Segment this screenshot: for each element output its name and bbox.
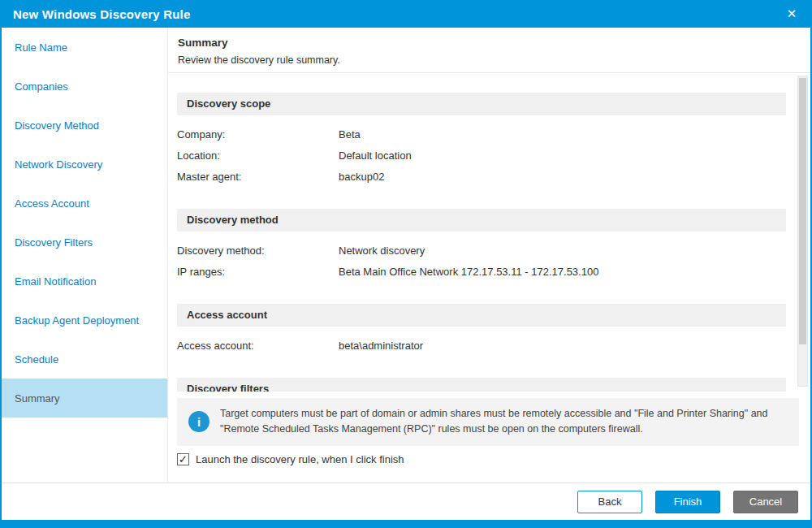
- row-value: backup02: [339, 167, 786, 188]
- row-value: Default location: [339, 145, 786, 167]
- sidebar-item-backup-agent-deployment[interactable]: Backup Agent Deployment: [2, 301, 167, 340]
- row-label: Access account:: [177, 335, 339, 357]
- new-windows-discovery-rule-dialog: New Windows Discovery Rule ✕ Rule Name C…: [0, 0, 812, 528]
- section-heading-discovery-method: Discovery method: [177, 209, 786, 232]
- summary-scroll-area: Discovery scope Company: Beta Location: …: [168, 73, 810, 392]
- scrollbar-thumb[interactable]: [799, 78, 806, 344]
- sidebar-item-summary[interactable]: Summary: [2, 379, 167, 418]
- sidebar-item-network-discovery[interactable]: Network Discovery: [2, 145, 167, 184]
- title-bar: New Windows Discovery Rule ✕: [0, 0, 812, 28]
- close-icon[interactable]: ✕: [783, 5, 801, 23]
- main-panel: Summary Review the discovery rule summar…: [168, 28, 810, 483]
- summary-row: Master agent: backup02: [177, 167, 786, 188]
- cancel-button[interactable]: Cancel: [733, 491, 798, 513]
- page-title: Summary: [178, 37, 799, 49]
- launch-option-row: ✓ Launch the discovery rule, when I clic…: [177, 453, 799, 465]
- info-icon: i: [188, 411, 209, 432]
- section-heading-discovery-scope: Discovery scope: [177, 93, 786, 115]
- sidebar-item-companies[interactable]: Companies: [2, 67, 167, 106]
- summary-row: Location: Default location: [177, 145, 786, 167]
- section-heading-discovery-filters: Discovery filters: [177, 378, 786, 392]
- sidebar-item-schedule[interactable]: Schedule: [2, 340, 167, 379]
- sidebar-item-email-notification[interactable]: Email Notification: [2, 262, 167, 301]
- info-text: Target computers must be part of domain …: [220, 406, 784, 438]
- footer-button-bar: Back Finish Cancel: [2, 483, 810, 520]
- section-rows: Access account: beta\administrator: [177, 327, 786, 361]
- page-subtitle: Review the discovery rule summary.: [178, 54, 799, 66]
- row-label: IP ranges:: [177, 262, 339, 283]
- sidebar-item-discovery-filters[interactable]: Discovery Filters: [2, 223, 167, 262]
- back-button[interactable]: Back: [577, 491, 642, 513]
- row-value: beta\administrator: [339, 335, 786, 357]
- wizard-steps-sidebar: Rule Name Companies Discovery Method Net…: [2, 28, 168, 483]
- section-heading-access-account: Access account: [177, 304, 786, 327]
- row-value: Beta Main Office Network 172.17.53.11 - …: [339, 262, 786, 283]
- launch-checkbox-label: Launch the discovery rule, when I click …: [196, 453, 404, 465]
- info-box: i Target computers must be part of domai…: [177, 398, 799, 446]
- finish-button[interactable]: Finish: [655, 491, 720, 513]
- row-label: Company:: [177, 124, 339, 145]
- vertical-scrollbar[interactable]: [797, 76, 808, 387]
- summary-row: Discovery method: Network discovery: [177, 240, 786, 262]
- page-header: Summary Review the discovery rule summar…: [168, 28, 810, 73]
- launch-checkbox[interactable]: ✓: [177, 453, 189, 465]
- row-value: Network discovery: [339, 240, 786, 262]
- summary-row: Company: Beta: [177, 124, 786, 145]
- section-rows: Discovery method: Network discovery IP r…: [177, 232, 786, 288]
- window-title: New Windows Discovery Rule: [13, 7, 190, 21]
- summary-row: IP ranges: Beta Main Office Network 172.…: [177, 262, 786, 283]
- sidebar-item-access-account[interactable]: Access Account: [2, 184, 167, 223]
- row-value: Beta: [339, 124, 786, 145]
- row-label: Discovery method:: [177, 240, 339, 262]
- row-label: Master agent:: [177, 167, 339, 188]
- sidebar-item-rule-name[interactable]: Rule Name: [2, 28, 167, 67]
- section-rows: Company: Beta Location: Default location…: [177, 115, 786, 193]
- dialog-body: Rule Name Companies Discovery Method Net…: [2, 28, 810, 483]
- sidebar-item-discovery-method[interactable]: Discovery Method: [2, 106, 167, 145]
- row-label: Location:: [177, 145, 339, 167]
- summary-row: Access account: beta\administrator: [177, 335, 786, 357]
